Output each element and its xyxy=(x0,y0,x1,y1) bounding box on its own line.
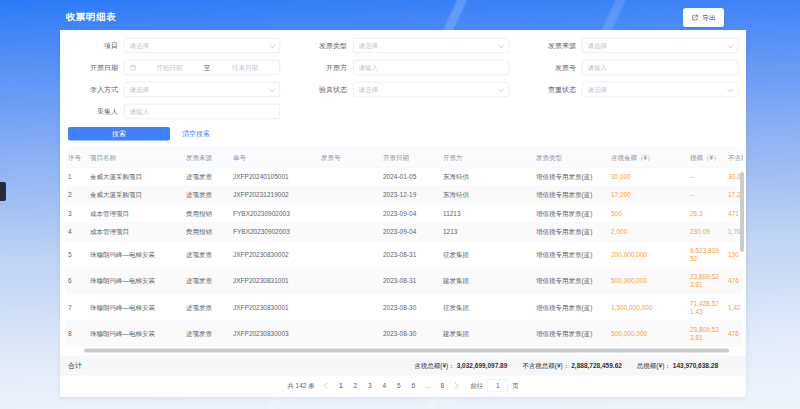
export-icon xyxy=(691,14,699,22)
table-cell: 1213 xyxy=(440,223,533,242)
page-number[interactable]: 4 xyxy=(381,382,388,390)
filter-verify-status-label: 验真状态 xyxy=(297,85,347,94)
filter-dedup-status-select[interactable]: 请选择 xyxy=(582,82,738,97)
page-number[interactable]: 8 xyxy=(439,382,446,390)
table-cell: 征发集团 xyxy=(440,294,533,321)
summary-label: 合计 xyxy=(68,361,82,370)
table-cell: 金威大厦采购项目 xyxy=(87,186,183,205)
table-cell: 6 xyxy=(65,268,87,295)
table-cell: 建发集团 xyxy=(440,268,533,295)
summary-totals: 含税总额(¥)：3,032,699,097.89不含税总额(¥)：2,888,7… xyxy=(414,361,718,370)
summary-total-item: 总税额(¥)：143,970,638.28 xyxy=(637,361,718,370)
table-cell: 500,000,000 xyxy=(608,321,687,348)
table-cell: 2024-01-05 xyxy=(380,167,440,186)
chevron-down-icon xyxy=(498,41,504,47)
filter-invoice-type: 发票类型 请选择 xyxy=(297,38,509,53)
page-number[interactable]: 3 xyxy=(366,382,373,390)
column-header: 序号 xyxy=(65,148,87,167)
filter-date-range-input[interactable]: 开始日期 至 结束日期 xyxy=(124,60,280,75)
filter-invoice-no-label: 发票号 xyxy=(526,63,576,72)
table-cell: 2023-09-04 xyxy=(380,204,440,223)
column-header: 税额（¥） xyxy=(687,148,725,167)
table-cell: 17,200 xyxy=(608,186,687,205)
previous-page-icon[interactable] xyxy=(324,382,330,388)
page-number[interactable]: 1 xyxy=(337,382,344,390)
table-body: 1金威大厦采购项目进项发票JXFP202401050012024-01-05东海… xyxy=(65,167,743,347)
page-number[interactable]: 6 xyxy=(410,382,417,390)
chevron-down-icon xyxy=(269,41,275,47)
pagination-ellipsis: ... xyxy=(424,382,431,390)
table-cell: 珠穆朗玛峰—电梯安装 xyxy=(87,294,183,321)
export-button-label: 导出 xyxy=(702,13,716,22)
filter-invoice-no-input[interactable]: 请输入 xyxy=(582,60,738,75)
table-cell: JXFP20230830003 xyxy=(230,321,318,348)
table-cell: FYBX20230902003 xyxy=(230,223,318,242)
table-row: 7珠穆朗玛峰—电梯安装进项发票JXFP202308300012023-08-30… xyxy=(65,294,743,321)
table-cell: 71,428,571.43 xyxy=(687,294,725,321)
filter-collector-input[interactable]: 请输入 xyxy=(124,104,280,119)
table-cell: 230.09 xyxy=(687,223,725,242)
filter-verify-status: 验真状态 请选择 xyxy=(297,82,509,97)
clear-search-link[interactable]: 清空搜索 xyxy=(182,129,210,138)
table-cell: 2,000 xyxy=(608,223,687,242)
table-cell: 进项发票 xyxy=(183,268,230,295)
table-cell: -- xyxy=(687,167,725,186)
filter-invoice-type-label: 发票类型 xyxy=(297,41,347,50)
filter-issuer-input[interactable]: 请输入 xyxy=(353,60,509,75)
table-cell: 1,500,000,000 xyxy=(608,294,687,321)
summary-total-item: 含税总额(¥)：3,032,699,097.89 xyxy=(414,361,507,370)
table-cell xyxy=(318,268,380,295)
column-header: 发票类型 xyxy=(533,148,608,167)
table-cell: 进项发票 xyxy=(183,294,230,321)
table-cell: 进项发票 xyxy=(183,167,230,186)
table-cell xyxy=(318,241,380,268)
column-header: 开票日期 xyxy=(380,148,440,167)
table-cell: 23,809,523.81 xyxy=(687,268,725,295)
table-cell: 增值税专用发票(蓝) xyxy=(533,241,608,268)
table-cell: 200,000,000 xyxy=(608,241,687,268)
filter-entry-method-label: 录入方式 xyxy=(68,85,118,94)
table-cell: 进项发票 xyxy=(183,321,230,348)
table-cell: 1 xyxy=(65,167,87,186)
filter-project: 项目 请选择 xyxy=(68,38,280,53)
table-cell: JXFP20240105001 xyxy=(230,167,318,186)
page-number[interactable]: 5 xyxy=(395,382,402,390)
table-cell xyxy=(318,294,380,321)
table-row: 5珠穆朗玛峰—电梯安装进项发票JXFP202308300022023-08-31… xyxy=(65,241,743,268)
horizontal-scrollbar[interactable] xyxy=(84,349,729,353)
table-cell: 7 xyxy=(65,294,87,321)
summary-total-item: 不含税总额(¥)：2,888,728,459.62 xyxy=(522,361,622,370)
chevron-down-icon xyxy=(727,41,733,47)
table-cell: JXFP20230831001 xyxy=(230,268,318,295)
page-number[interactable]: 2 xyxy=(352,382,359,390)
table-row: 1金威大厦采购项目进项发票JXFP202401050012024-01-05东海… xyxy=(65,167,743,186)
goto-page-input[interactable] xyxy=(487,379,508,392)
next-page-icon[interactable] xyxy=(452,382,458,388)
filter-entry-method-select[interactable]: 请选择 xyxy=(124,82,280,97)
table-cell: 23,809,523.81 xyxy=(687,321,725,348)
search-button[interactable]: 搜索 xyxy=(68,127,170,141)
table-cell: 2023-12-19 xyxy=(380,186,440,205)
invoice-table: 序号项目名称发票来源单号发票号开票日期开票方发票类型含税金额（¥）税额（¥）不含… xyxy=(65,148,743,348)
table-cell: 28.3 xyxy=(687,204,725,223)
filter-invoice-date-label: 开票日期 xyxy=(68,63,118,72)
export-button[interactable]: 导出 xyxy=(683,8,724,27)
vertical-scrollbar[interactable] xyxy=(740,172,744,252)
table-cell: 建发集团 xyxy=(440,321,533,348)
table-cell: 500,000,000 xyxy=(608,268,687,295)
table-cell: -- xyxy=(687,186,725,205)
column-header: 发票来源 xyxy=(183,148,230,167)
table-cell: 成本管理项目 xyxy=(87,204,183,223)
table-cell xyxy=(318,186,380,205)
filter-invoice-type-select[interactable]: 请选择 xyxy=(353,38,509,53)
column-header: 含税金额（¥） xyxy=(608,148,687,167)
table-cell: 进项发票 xyxy=(183,241,230,268)
table-cell: 成本管理项目 xyxy=(87,223,183,242)
filter-project-select[interactable]: 请选择 xyxy=(124,38,280,53)
side-widget-tab[interactable] xyxy=(0,182,6,201)
filter-invoice-source-select[interactable]: 请选择 xyxy=(582,38,738,53)
filter-verify-status-select[interactable]: 请选择 xyxy=(353,82,509,97)
filter-invoice-source-label: 发票来源 xyxy=(526,41,576,50)
chevron-down-icon xyxy=(727,85,733,91)
table-cell: 1,42 xyxy=(725,294,743,321)
